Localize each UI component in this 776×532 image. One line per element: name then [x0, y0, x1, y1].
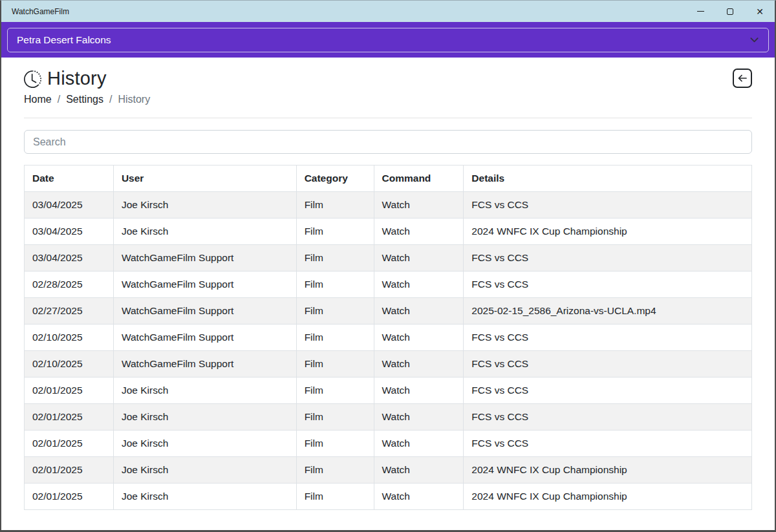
divider	[24, 118, 752, 118]
cell-category: Film	[296, 218, 374, 245]
cell-details: 2024 WNFC IX Cup Championship	[464, 484, 752, 510]
cell-user: WatchGameFilm Support	[113, 298, 296, 325]
cell-command: Watch	[374, 457, 464, 484]
cell-command: Watch	[374, 431, 464, 457]
cell-user: Joe Kirsch	[113, 404, 296, 431]
cell-command: Watch	[374, 192, 464, 218]
cell-user: Joe Kirsch	[113, 431, 296, 457]
cell-date: 02/01/2025	[25, 378, 114, 404]
cell-category: Film	[296, 404, 374, 431]
cell-user: Joe Kirsch	[113, 484, 296, 510]
cell-details: FCS vs CCS	[464, 431, 752, 457]
cell-details: 2024 WNFC IX Cup Championship	[464, 218, 752, 245]
cell-date: 02/01/2025	[25, 404, 114, 431]
cell-category: Film	[296, 378, 374, 404]
breadcrumb-separator: /	[52, 94, 66, 105]
breadcrumb: Home / Settings / History	[24, 94, 752, 105]
team-selector-dropdown[interactable]: Petra Desert Falcons	[7, 28, 769, 52]
page-header: History	[24, 68, 752, 89]
cell-command: Watch	[374, 298, 464, 325]
search-input[interactable]	[24, 130, 752, 154]
cell-details: FCS vs CCS	[464, 378, 752, 404]
arrow-left-icon	[737, 73, 748, 83]
cell-user: WatchGameFilm Support	[113, 271, 296, 298]
app-window: WatchGameFilm ✕ Petra Desert Falcons	[0, 0, 776, 532]
column-header-category[interactable]: Category	[296, 165, 374, 192]
cell-command: Watch	[374, 351, 464, 378]
cell-date: 03/04/2025	[25, 245, 114, 271]
cell-user: Joe Kirsch	[113, 457, 296, 484]
cell-category: Film	[296, 431, 374, 457]
maximize-button[interactable]	[715, 1, 745, 22]
close-icon: ✕	[756, 7, 764, 16]
close-button[interactable]: ✕	[745, 1, 775, 22]
history-table: Date User Category Command Details 03/04…	[24, 165, 752, 510]
cell-user: Joe Kirsch	[113, 218, 296, 245]
clock-history-icon	[24, 70, 41, 88]
cell-command: Watch	[374, 218, 464, 245]
cell-details: FCS vs CCS	[464, 245, 752, 271]
titlebar[interactable]: WatchGameFilm ✕	[1, 1, 775, 22]
team-selector-value: Petra Desert Falcons	[17, 34, 749, 46]
cell-date: 02/27/2025	[25, 298, 114, 325]
minimize-button[interactable]	[685, 1, 715, 22]
cell-details: FCS vs CCS	[464, 351, 752, 378]
column-header-date[interactable]: Date	[25, 165, 114, 192]
cell-date: 02/10/2025	[25, 351, 114, 378]
cell-command: Watch	[374, 484, 464, 510]
maximize-icon	[727, 8, 733, 15]
table-row: 02/01/2025 Joe Kirsch Film Watch FCS vs …	[25, 378, 752, 404]
cell-date: 03/04/2025	[25, 218, 114, 245]
team-selector-band: Petra Desert Falcons	[1, 22, 775, 58]
cell-category: Film	[296, 245, 374, 271]
table-row: 02/01/2025 Joe Kirsch Film Watch FCS vs …	[25, 431, 752, 457]
table-row: 03/04/2025 WatchGameFilm Support Film Wa…	[25, 245, 752, 271]
cell-command: Watch	[374, 325, 464, 351]
cell-date: 02/28/2025	[25, 271, 114, 298]
cell-details: 2025-02-15_2586_Arizona-vs-UCLA.mp4	[464, 298, 752, 325]
cell-command: Watch	[374, 245, 464, 271]
window-title: WatchGameFilm	[1, 7, 685, 16]
breadcrumb-settings[interactable]: Settings	[66, 94, 103, 105]
breadcrumb-current: History	[118, 94, 150, 105]
cell-user: Joe Kirsch	[113, 378, 296, 404]
cell-command: Watch	[374, 271, 464, 298]
back-button[interactable]	[733, 69, 752, 88]
table-body: 03/04/2025 Joe Kirsch Film Watch FCS vs …	[25, 192, 752, 510]
cell-date: 02/01/2025	[25, 457, 114, 484]
table-row: 02/27/2025 WatchGameFilm Support Film Wa…	[25, 298, 752, 325]
cell-date: 03/04/2025	[25, 192, 114, 218]
table-row: 02/10/2025 WatchGameFilm Support Film Wa…	[25, 351, 752, 378]
cell-details: FCS vs CCS	[464, 325, 752, 351]
cell-user: WatchGameFilm Support	[113, 351, 296, 378]
page-title: History	[47, 68, 107, 89]
cell-category: Film	[296, 298, 374, 325]
cell-category: Film	[296, 351, 374, 378]
cell-category: Film	[296, 192, 374, 218]
table-row: 03/04/2025 Joe Kirsch Film Watch 2024 WN…	[25, 218, 752, 245]
cell-user: WatchGameFilm Support	[113, 245, 296, 271]
cell-category: Film	[296, 325, 374, 351]
cell-date: 02/10/2025	[25, 325, 114, 351]
breadcrumb-separator: /	[103, 94, 118, 105]
page-title-group: History	[24, 68, 107, 89]
breadcrumb-home[interactable]: Home	[24, 94, 52, 105]
cell-user: Joe Kirsch	[113, 192, 296, 218]
cell-details: FCS vs CCS	[464, 404, 752, 431]
cell-category: Film	[296, 484, 374, 510]
table-row: 02/10/2025 WatchGameFilm Support Film Wa…	[25, 325, 752, 351]
cell-category: Film	[296, 457, 374, 484]
column-header-command[interactable]: Command	[374, 165, 464, 192]
chevron-down-icon	[749, 35, 759, 45]
table-row: 02/01/2025 Joe Kirsch Film Watch 2024 WN…	[25, 484, 752, 510]
column-header-details[interactable]: Details	[464, 165, 752, 192]
main-content: History Home / Settings / History Date U…	[1, 58, 775, 530]
table-row: 03/04/2025 Joe Kirsch Film Watch FCS vs …	[25, 192, 752, 218]
cell-details: 2024 WNFC IX Cup Championship	[464, 457, 752, 484]
table-row: 02/28/2025 WatchGameFilm Support Film Wa…	[25, 271, 752, 298]
cell-date: 02/01/2025	[25, 484, 114, 510]
cell-command: Watch	[374, 378, 464, 404]
cell-user: WatchGameFilm Support	[113, 325, 296, 351]
column-header-user[interactable]: User	[113, 165, 296, 192]
table-row: 02/01/2025 Joe Kirsch Film Watch FCS vs …	[25, 404, 752, 431]
